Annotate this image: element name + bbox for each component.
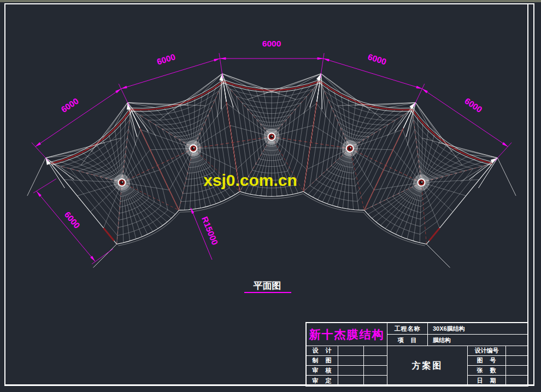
title-block: 新十杰膜结构 工程名称 30X6膜结构 项 目 膜结构 设 计 制 图 审 核 … bbox=[305, 322, 528, 387]
item-label: 项 目 bbox=[387, 335, 428, 346]
drawing-type-title: 方案图 bbox=[387, 346, 468, 385]
figure-no-value-cell bbox=[506, 356, 527, 366]
checker-extra-cell bbox=[364, 366, 387, 376]
window-top-strip bbox=[0, 0, 541, 2]
checker-label: 审 核 bbox=[307, 366, 338, 376]
project-name-label: 工程名称 bbox=[387, 323, 428, 335]
designer-extra-cell bbox=[364, 346, 387, 356]
approver-value-cell bbox=[338, 376, 364, 385]
drafter-label: 制 图 bbox=[307, 356, 338, 366]
sheet-count-value-cell bbox=[506, 366, 527, 376]
drafter-value-cell bbox=[338, 356, 364, 366]
date-value-cell bbox=[506, 376, 527, 385]
drafter-extra-cell bbox=[364, 356, 387, 366]
designer-value-cell bbox=[338, 346, 364, 356]
approver-label: 审 定 bbox=[307, 376, 338, 385]
date-label: 日 期 bbox=[468, 376, 506, 385]
item-value: 膜结构 bbox=[428, 335, 527, 346]
design-no-value-cell bbox=[506, 346, 527, 356]
project-name-value: 30X6膜结构 bbox=[428, 323, 527, 335]
design-no-label: 设计编号 bbox=[468, 346, 506, 356]
designer-label: 设 计 bbox=[307, 346, 338, 356]
company-name: 新十杰膜结构 bbox=[307, 323, 387, 346]
sheet-count-label: 张 数 bbox=[468, 366, 506, 376]
checker-value-cell bbox=[338, 366, 364, 376]
approver-extra-cell bbox=[364, 376, 387, 385]
drawing-sheet: 600060006000600060006000R15000xsj0.com.c… bbox=[0, 0, 541, 392]
figure-no-label: 图 号 bbox=[468, 356, 506, 366]
